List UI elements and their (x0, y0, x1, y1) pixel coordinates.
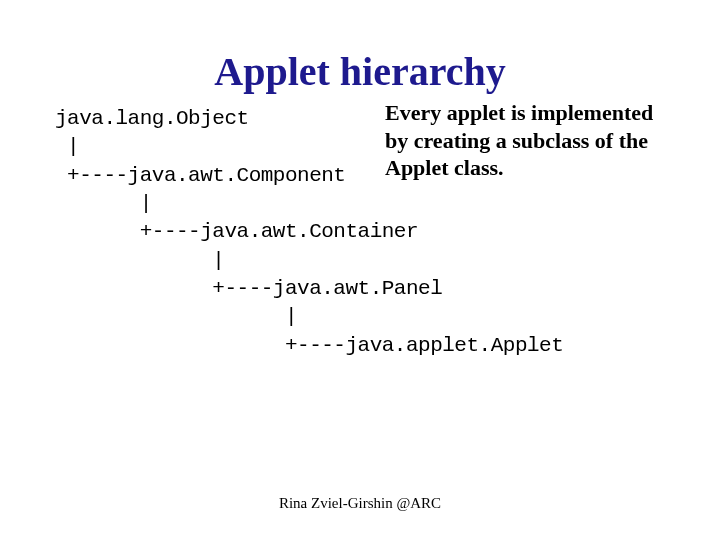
footer-text: Rina Zviel-Girshin @ARC (0, 495, 720, 512)
slide-title: Applet hierarchy (0, 0, 720, 105)
tree-line: +----java.applet.Applet (55, 334, 563, 357)
slide: Applet hierarchy Every applet is impleme… (0, 0, 720, 540)
tree-line: +----java.awt.Panel (55, 277, 442, 300)
tree-line: | (55, 305, 297, 328)
tree-line: +----java.awt.Component (55, 164, 345, 187)
tree-line: | (55, 192, 152, 215)
content-area: Every applet is implemented by creating … (0, 105, 720, 360)
description-text: Every applet is implemented by creating … (385, 99, 675, 182)
tree-line: java.lang.Object (55, 107, 249, 130)
tree-line: | (55, 135, 79, 158)
tree-line: +----java.awt.Container (55, 220, 418, 243)
tree-line: | (55, 249, 224, 272)
